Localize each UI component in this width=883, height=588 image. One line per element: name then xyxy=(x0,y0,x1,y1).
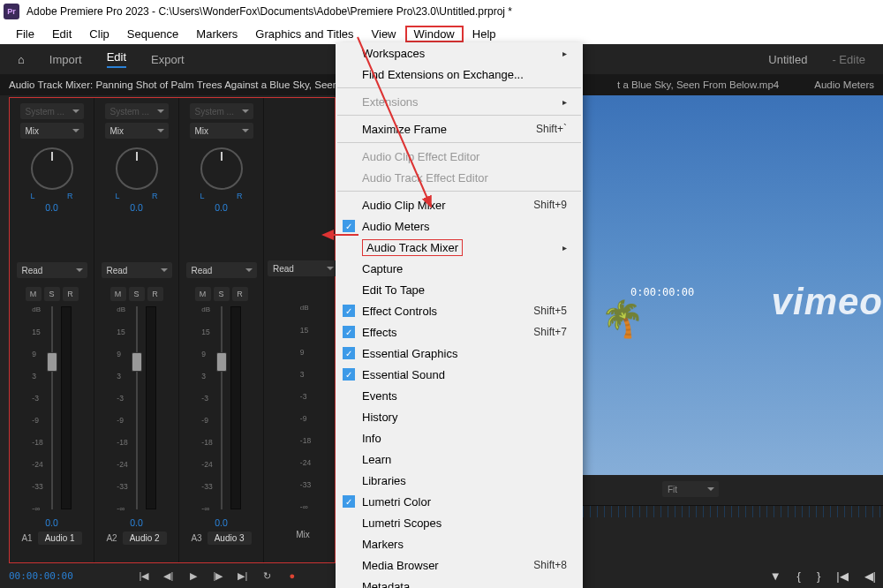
menu-markers[interactable]: Markers xyxy=(187,26,246,42)
volume-fader[interactable] xyxy=(45,306,59,509)
input-dropdown[interactable]: System ... xyxy=(190,103,253,119)
mixer-transport: 00:00:00:00 |◀ ◀| ▶ |▶ ▶| ↻ ● xyxy=(9,565,299,586)
menu-workspaces[interactable]: Workspaces▸ xyxy=(336,42,583,64)
track-num: A1 xyxy=(21,533,32,543)
go-to-out-icon[interactable]: ▶| xyxy=(236,570,250,582)
tab-export[interactable]: Export xyxy=(151,53,185,66)
menu-capture[interactable]: Capture xyxy=(336,258,583,279)
menu-audio-clip-effect-editor: Audio Clip Effect Editor xyxy=(336,146,583,167)
menu-sequence[interactable]: Sequence xyxy=(118,26,188,42)
document-name[interactable]: Untitled xyxy=(768,53,807,66)
tab-edit[interactable]: Edit xyxy=(107,50,126,68)
app-logo-icon: Pr xyxy=(4,4,19,19)
mark-out-icon[interactable]: } xyxy=(817,569,820,583)
audio-track-mixer-panel: System ... Mix LR 0.0 Read M S R dB1593-… xyxy=(9,97,336,563)
pan-knob[interactable] xyxy=(200,147,243,190)
menu-audio-clip-mixer[interactable]: Audio Clip MixerShift+9 xyxy=(336,194,583,215)
automation-mode[interactable]: Read xyxy=(102,262,172,278)
menu-graphics[interactable]: Graphics and Titles xyxy=(246,26,362,42)
window-menu-dropdown: Workspaces▸ Find Extensions on Exchange.… xyxy=(336,42,583,588)
play-icon[interactable]: ▶ xyxy=(186,570,200,582)
menu-extensions: Extensions▸ xyxy=(336,91,583,112)
record-button[interactable]: R xyxy=(63,287,79,301)
mute-button[interactable]: M xyxy=(26,287,42,301)
output-dropdown[interactable]: Mix xyxy=(20,123,84,139)
menu-info[interactable]: Info xyxy=(336,427,583,449)
menu-audio-track-mixer[interactable]: Audio Track Mixer▸ xyxy=(336,237,583,258)
go-to-in-icon[interactable]: |◀ xyxy=(137,570,151,582)
window-title: Adobe Premiere Pro 2023 - C:\Users\Wonde… xyxy=(26,5,512,18)
add-marker-icon[interactable]: ▼ xyxy=(770,569,781,583)
pan-value[interactable]: 0.0 xyxy=(31,202,73,213)
menu-media-browser[interactable]: Media BrowserShift+8 xyxy=(336,554,583,576)
menu-metadata[interactable]: Metadata xyxy=(336,576,583,588)
menu-window[interactable]: Window xyxy=(405,26,464,42)
solo-button[interactable]: S xyxy=(44,287,60,301)
mixer-panel-title[interactable]: Audio Track Mixer: Panning Shot of Palm … xyxy=(9,79,347,90)
zoom-fit-dropdown[interactable]: Fit xyxy=(662,481,719,497)
menu-file[interactable]: File xyxy=(7,26,43,42)
input-dropdown[interactable]: System ... xyxy=(105,103,169,119)
record-icon[interactable]: ● xyxy=(285,570,299,581)
source-clip-title[interactable]: t a Blue Sky, Seen From Below.mp4 xyxy=(617,79,779,90)
menu-bar: File Edit Clip Sequence Markers Graphics… xyxy=(0,23,883,44)
volume-fader[interactable] xyxy=(130,306,144,509)
loop-icon[interactable]: ↻ xyxy=(260,570,275,582)
menu-view[interactable]: View xyxy=(363,26,405,42)
mark-in-icon[interactable]: { xyxy=(797,569,801,583)
menu-events[interactable]: Events xyxy=(336,385,583,406)
program-ruler[interactable] xyxy=(583,505,883,517)
level-meter xyxy=(61,306,72,509)
pan-knob[interactable] xyxy=(31,147,73,190)
mixer-channel-2: System ... Mix LR0.0 Read MSR dB1593-3-9… xyxy=(94,98,179,562)
vimeo-watermark: vimeo xyxy=(772,281,883,323)
timecode[interactable]: 00:00:00:00 xyxy=(9,570,73,582)
preview-timecode: 0:00:00:00 xyxy=(630,286,694,298)
audio-meters-title[interactable]: Audio Meters xyxy=(814,79,874,90)
tab-import[interactable]: Import xyxy=(49,53,82,66)
menu-libraries[interactable]: Libraries xyxy=(336,470,583,491)
menu-essential-graphics[interactable]: Essential Graphics xyxy=(336,343,583,364)
menu-lumetri-color[interactable]: Lumetri Color xyxy=(336,491,583,512)
program-monitor[interactable]: 🌴 0:00:00:00 vimeo xyxy=(583,95,883,475)
step-back-icon[interactable]: ◀| xyxy=(162,570,176,582)
automation-mode[interactable]: Read xyxy=(268,260,338,276)
menu-edit-to-tape[interactable]: Edit To Tape xyxy=(336,279,583,300)
fader-scale: dB1593-3-9-18-24-33-∞ xyxy=(32,306,42,512)
automation-mode[interactable]: Read xyxy=(17,262,87,278)
menu-learn[interactable]: Learn xyxy=(336,449,583,470)
menu-essential-sound[interactable]: Essential Sound xyxy=(336,364,583,385)
menu-history[interactable]: History xyxy=(336,406,583,427)
menu-edit[interactable]: Edit xyxy=(43,26,80,42)
menu-audio-track-effect-editor: Audio Track Effect Editor xyxy=(336,167,583,188)
title-bar: Pr Adobe Premiere Pro 2023 - C:\Users\Wo… xyxy=(0,0,883,23)
menu-audio-meters[interactable]: Audio Meters xyxy=(336,215,583,237)
pan-l-label: L xyxy=(31,192,35,200)
pan-r-label: R xyxy=(67,192,73,200)
menu-markers[interactable]: Markers xyxy=(336,533,583,554)
mixer-channel-3: System ... Mix LR0.0 Read MSR dB1593-3-9… xyxy=(179,98,264,562)
output-dropdown[interactable]: Mix xyxy=(105,123,169,139)
pan-knob[interactable] xyxy=(116,147,158,190)
menu-find-extensions[interactable]: Find Extensions on Exchange... xyxy=(336,64,583,85)
volume-value[interactable]: 0.0 xyxy=(45,517,58,528)
program-transport: ▼ { } |◀ ◀| xyxy=(770,569,876,583)
menu-effect-controls[interactable]: Effect ControlsShift+5 xyxy=(336,300,583,321)
menu-help[interactable]: Help xyxy=(464,26,505,42)
menu-clip[interactable]: Clip xyxy=(80,26,117,42)
input-dropdown[interactable]: System ... xyxy=(20,103,84,119)
doc-state: - Edite xyxy=(832,53,865,66)
home-icon[interactable]: ⌂ xyxy=(18,53,25,66)
mixer-channel-1: System ... Mix LR 0.0 Read M S R dB1593-… xyxy=(10,98,94,562)
menu-lumetri-scopes[interactable]: Lumetri Scopes xyxy=(336,512,583,533)
step-fwd-icon[interactable]: |▶ xyxy=(211,570,225,582)
step-back-icon[interactable]: ◀| xyxy=(864,569,876,583)
program-controls: Fit xyxy=(583,482,883,500)
track-label[interactable]: Audio 1 xyxy=(38,531,82,545)
menu-maximize-frame[interactable]: Maximize FrameShift+` xyxy=(336,118,583,139)
volume-fader[interactable] xyxy=(215,306,229,509)
go-start-icon[interactable]: |◀ xyxy=(836,569,848,583)
automation-mode[interactable]: Read xyxy=(186,262,257,278)
output-dropdown[interactable]: Mix xyxy=(190,123,253,139)
menu-effects[interactable]: EffectsShift+7 xyxy=(336,321,583,343)
